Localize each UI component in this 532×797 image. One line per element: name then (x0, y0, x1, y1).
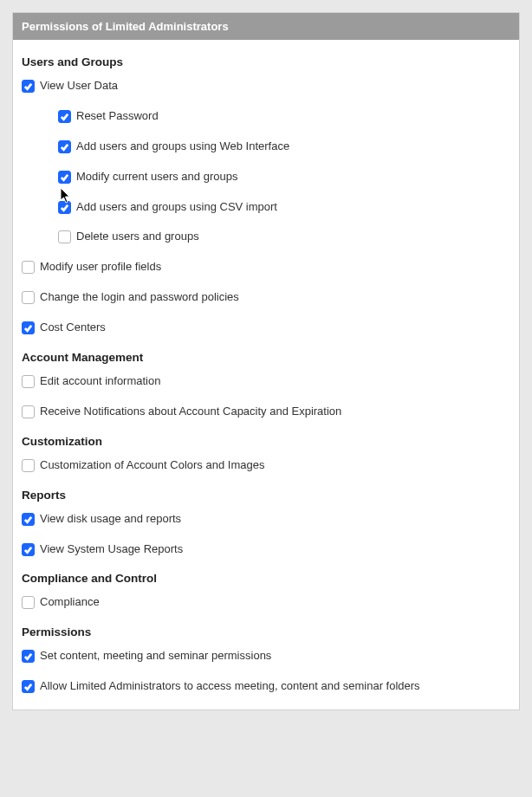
checkbox-reset-password[interactable] (58, 110, 71, 123)
checkbox-add-web[interactable] (58, 140, 71, 153)
label-disk-usage: View disk usage and reports (40, 512, 181, 527)
label-colors-images: Customization of Account Colors and Imag… (40, 458, 264, 473)
perm-cost-centers: Cost Centers (22, 321, 510, 335)
checkbox-disk-usage[interactable] (22, 513, 35, 526)
checkbox-edit-account[interactable] (22, 375, 35, 388)
section-compliance: Compliance and Control (22, 572, 510, 585)
checkbox-allow-limited[interactable] (22, 680, 35, 693)
label-change-login: Change the login and password policies (40, 290, 239, 305)
perm-reset-password: Reset Password (58, 109, 510, 124)
label-cost-centers: Cost Centers (40, 321, 106, 335)
perm-delete-ug: Delete users and groups (58, 230, 510, 244)
label-receive-notif: Receive Notifications about Account Capa… (40, 405, 341, 419)
checkbox-set-content[interactable] (22, 650, 35, 663)
perm-disk-usage: View disk usage and reports (22, 512, 510, 527)
perm-compliance: Compliance (22, 595, 510, 610)
checkbox-view-user-data[interactable] (22, 80, 35, 93)
perm-add-csv: Add users and groups using CSV import (58, 200, 510, 215)
perm-receive-notif: Receive Notifications about Account Capa… (22, 405, 510, 419)
label-reset-password: Reset Password (76, 109, 159, 124)
checkbox-delete-ug[interactable] (58, 230, 71, 243)
section-reports: Reports (22, 489, 510, 502)
label-delete-ug: Delete users and groups (76, 230, 199, 244)
perm-colors-images: Customization of Account Colors and Imag… (22, 458, 510, 473)
perm-change-login: Change the login and password policies (22, 290, 510, 305)
checkbox-compliance[interactable] (22, 596, 35, 609)
label-add-csv: Add users and groups using CSV import (76, 200, 277, 215)
label-add-web: Add users and groups using Web Interface (76, 139, 289, 154)
checkbox-modify-current[interactable] (58, 171, 71, 184)
checkbox-system-usage[interactable] (22, 543, 35, 556)
perm-add-web: Add users and groups using Web Interface (58, 139, 510, 154)
label-modify-profile: Modify user profile fields (40, 260, 161, 275)
section-account: Account Management (22, 351, 510, 364)
checkbox-modify-profile[interactable] (22, 261, 35, 274)
panel-body: Users and Groups View User Data Reset Pa… (13, 40, 519, 710)
label-set-content: Set content, meeting and seminar permiss… (40, 649, 271, 664)
label-allow-limited: Allow Limited Administrators to access m… (40, 679, 420, 694)
label-edit-account: Edit account information (40, 374, 160, 389)
section-permissions: Permissions (22, 625, 510, 638)
label-view-user-data: View User Data (40, 79, 118, 94)
checkbox-change-login[interactable] (22, 291, 35, 304)
perm-allow-limited: Allow Limited Administrators to access m… (22, 679, 510, 694)
label-system-usage: View System Usage Reports (40, 542, 183, 557)
section-users-groups: Users and Groups (22, 55, 510, 68)
checkbox-colors-images[interactable] (22, 459, 35, 472)
perm-view-user-data: View User Data (22, 79, 510, 94)
label-modify-current: Modify current users and groups (76, 170, 237, 185)
checkbox-receive-notif[interactable] (22, 405, 35, 418)
label-compliance: Compliance (40, 595, 100, 610)
perm-set-content: Set content, meeting and seminar permiss… (22, 649, 510, 664)
panel-title: Permissions of Limited Administrators (13, 13, 519, 40)
section-customization: Customization (22, 435, 510, 448)
checkbox-add-csv[interactable] (58, 201, 71, 214)
permissions-panel: Permissions of Limited Administrators Us… (12, 12, 520, 710)
perm-edit-account: Edit account information (22, 374, 510, 389)
perm-modify-current: Modify current users and groups (58, 170, 510, 185)
perm-system-usage: View System Usage Reports (22, 542, 510, 557)
perm-modify-profile: Modify user profile fields (22, 260, 510, 275)
checkbox-cost-centers[interactable] (22, 321, 35, 334)
